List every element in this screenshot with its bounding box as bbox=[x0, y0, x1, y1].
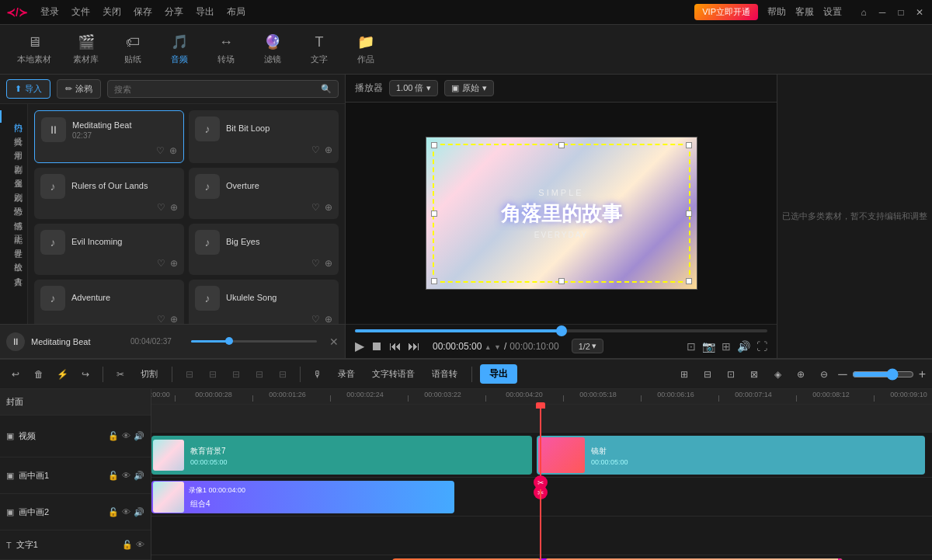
tag-horror[interactable]: 恐怖 bbox=[0, 194, 27, 207]
pip1-eye-btn[interactable]: 👁 bbox=[122, 471, 130, 481]
like-btn-2[interactable]: ♡ bbox=[311, 144, 320, 155]
tl-icon-7[interactable]: ⊖ bbox=[815, 365, 833, 384]
tag-classical[interactable]: 古典 bbox=[0, 264, 27, 277]
music-card-1[interactable]: ⏸ Meditating Beat 02:37 ♡ ⊕ bbox=[34, 110, 184, 163]
text-lock-btn[interactable]: 🔓 bbox=[122, 540, 133, 550]
tl-icon-5[interactable]: ◈ bbox=[768, 365, 787, 384]
tab-library[interactable]: 🎬 素材库 bbox=[62, 27, 110, 71]
text-to-speech-button[interactable]: 文字转语音 bbox=[366, 366, 421, 382]
video-lock-btn[interactable]: 🔓 bbox=[108, 431, 119, 441]
pip1-volume-btn[interactable]: 🔊 bbox=[134, 471, 144, 481]
video-clip-1[interactable]: 教育背景7 00:00:05:00 bbox=[151, 436, 532, 475]
progress-thumb[interactable] bbox=[556, 325, 567, 336]
add-btn-8[interactable]: ⊕ bbox=[325, 314, 332, 324]
add-btn-7[interactable]: ⊕ bbox=[170, 314, 178, 324]
tag-positive[interactable]: 正能 bbox=[0, 222, 27, 235]
close-button[interactable]: ✕ bbox=[913, 6, 926, 19]
speed-selector[interactable]: 1.00 倍 ▾ bbox=[389, 80, 438, 96]
zoom-out-button[interactable]: ─ bbox=[838, 367, 847, 381]
tl-icon-1[interactable]: ⊞ bbox=[675, 365, 694, 384]
music-card-7[interactable]: ♪ Adventure ♡ ⊕ bbox=[34, 280, 184, 324]
like-btn-1[interactable]: ♡ bbox=[156, 145, 165, 156]
music-card-3[interactable]: ♪ Rulers of Our Lands ♡ ⊕ bbox=[34, 168, 184, 219]
video-clip-2[interactable]: 镜射 00:00:05:00 bbox=[537, 436, 925, 475]
menu-save[interactable]: 保存 bbox=[134, 5, 152, 19]
like-btn-5[interactable]: ♡ bbox=[157, 258, 165, 269]
search-input[interactable] bbox=[114, 85, 318, 94]
tab-transition[interactable]: ↔ 转场 bbox=[203, 28, 249, 71]
like-btn-4[interactable]: ♡ bbox=[311, 202, 320, 213]
undo-button[interactable]: ↩ bbox=[6, 365, 25, 384]
tab-audio[interactable]: 🎵 音频 bbox=[156, 27, 203, 71]
volume-icon[interactable]: 🔊 bbox=[737, 340, 750, 353]
minimize-button[interactable]: ─ bbox=[876, 6, 889, 19]
tag-classic[interactable]: 经典 bbox=[0, 124, 27, 137]
record-button[interactable]: 录音 bbox=[332, 366, 361, 382]
maximize-button[interactable]: □ bbox=[895, 6, 907, 19]
like-btn-8[interactable]: ♡ bbox=[311, 314, 320, 324]
tl-icon-3[interactable]: ⊡ bbox=[722, 365, 740, 384]
next-frame-button[interactable]: ⏭ bbox=[408, 339, 420, 353]
play-button-4[interactable]: ♪ bbox=[195, 174, 220, 199]
pip2-volume-btn[interactable]: 🔊 bbox=[134, 507, 144, 517]
music-card-4[interactable]: ♪ Overture ♡ ⊕ bbox=[189, 168, 339, 219]
zoom-in-button[interactable]: + bbox=[919, 367, 926, 381]
tab-local[interactable]: 🖥 本地素材 bbox=[6, 28, 62, 71]
text-eye-btn[interactable]: 👁 bbox=[136, 540, 144, 550]
like-btn-7[interactable]: ♡ bbox=[157, 314, 165, 324]
vip-button[interactable]: VIP立即开通 bbox=[694, 4, 758, 20]
scissors-icon[interactable]: ✂ bbox=[111, 365, 130, 384]
export-button[interactable]: 导出 bbox=[480, 364, 517, 384]
pip1-lock-btn[interactable]: 🔓 bbox=[108, 471, 119, 481]
quality-selector[interactable]: ▣ 原始 ▾ bbox=[444, 80, 494, 96]
tab-sticker[interactable]: 🏷 贴纸 bbox=[110, 28, 156, 71]
tag-drama[interactable]: 戏剧 bbox=[0, 180, 27, 193]
home-button[interactable]: ⌂ bbox=[857, 6, 870, 19]
tab-text[interactable]: T 文字 bbox=[296, 28, 343, 71]
np-pause-button[interactable]: ⏸ bbox=[6, 332, 25, 351]
play-button-8[interactable]: ♪ bbox=[195, 286, 220, 311]
menu-share[interactable]: 分享 bbox=[165, 5, 183, 19]
subtitles-icon[interactable]: ⊡ bbox=[687, 340, 696, 353]
help-label[interactable]: 帮助 bbox=[767, 5, 786, 19]
cut-button[interactable]: 切割 bbox=[134, 366, 164, 382]
pip1-clip[interactable]: 录像1 00:00:04:00 组合4 bbox=[151, 481, 454, 513]
search-box[interactable]: 🔍 bbox=[107, 80, 339, 98]
screenshot-icon[interactable]: 📷 bbox=[702, 340, 715, 353]
add-btn-4[interactable]: ⊕ bbox=[325, 202, 332, 213]
tag-hot[interactable]: 热门 bbox=[0, 110, 27, 123]
fullscreen-icon[interactable]: ⛶ bbox=[756, 340, 767, 353]
play-button-5[interactable]: ♪ bbox=[40, 230, 65, 255]
play-button[interactable]: ▶ bbox=[355, 339, 364, 353]
pip2-eye-btn[interactable]: 👁 bbox=[122, 507, 130, 517]
tab-filter[interactable]: 🔮 滤镜 bbox=[249, 27, 296, 71]
video-volume-btn[interactable]: 🔊 bbox=[134, 431, 144, 441]
tl-icon-4[interactable]: ⊠ bbox=[745, 365, 763, 384]
redo-button[interactable]: ↪ bbox=[76, 365, 95, 384]
import-button[interactable]: ⬆ 导入 bbox=[6, 79, 50, 99]
page-indicator[interactable]: 1/2 ▾ bbox=[572, 339, 603, 353]
np-progress-bar[interactable] bbox=[191, 340, 317, 343]
stop-button[interactable]: ⏹ bbox=[370, 339, 383, 353]
menu-export[interactable]: 导出 bbox=[196, 5, 214, 19]
time-up-arrow[interactable]: ▲ bbox=[485, 343, 492, 351]
compare-icon[interactable]: ⊞ bbox=[722, 340, 731, 353]
prev-frame-button[interactable]: ⏮ bbox=[389, 339, 402, 353]
play-button-7[interactable]: ♪ bbox=[40, 286, 65, 311]
tag-metal[interactable]: 金属 bbox=[0, 166, 27, 179]
tl-icon-6[interactable]: ⊕ bbox=[791, 365, 810, 384]
add-btn-2[interactable]: ⊕ bbox=[325, 144, 332, 155]
music-card-8[interactable]: ♪ Ukulele Song ♡ ⊕ bbox=[189, 280, 339, 324]
progress-bar[interactable] bbox=[355, 329, 767, 332]
split-arrow-button[interactable]: ⚡ bbox=[53, 365, 71, 384]
settings-label[interactable]: 设置 bbox=[823, 5, 842, 19]
tag-emotion[interactable]: 情感 bbox=[0, 208, 27, 221]
tag-world[interactable]: 世界 bbox=[0, 236, 27, 249]
tag-relax[interactable]: 放松 bbox=[0, 250, 27, 263]
play-button-3[interactable]: ♪ bbox=[40, 174, 65, 199]
menu-file[interactable]: 文件 bbox=[71, 5, 90, 19]
play-button-2[interactable]: ♪ bbox=[195, 117, 220, 141]
audio-enhance-button[interactable]: 语音转 bbox=[426, 366, 464, 382]
add-btn-1[interactable]: ⊕ bbox=[169, 145, 177, 156]
zoom-slider[interactable] bbox=[852, 368, 914, 381]
